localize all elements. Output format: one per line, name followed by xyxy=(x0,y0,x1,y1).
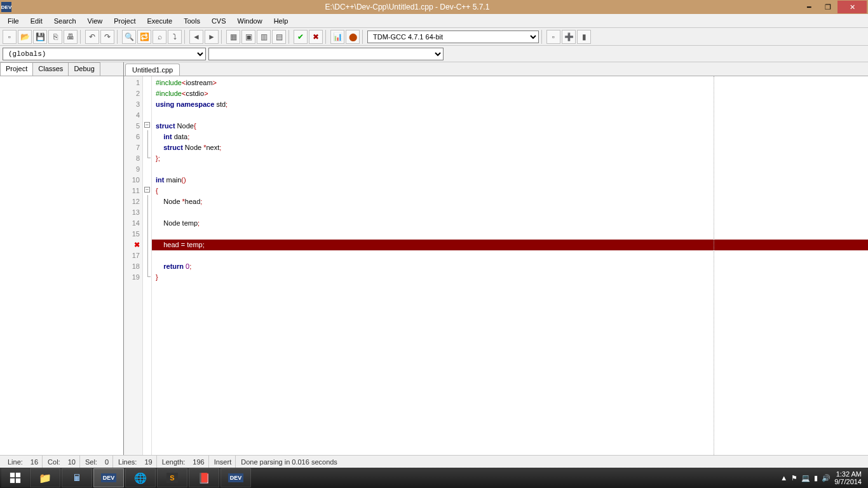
task-calculator[interactable]: 🖩 xyxy=(62,468,92,487)
code-line[interactable] xyxy=(156,110,868,121)
code-line[interactable]: } xyxy=(156,272,868,283)
menu-execute[interactable]: Execute xyxy=(142,15,177,27)
clock[interactable]: 1:32 AM 9/7/2014 xyxy=(834,470,862,485)
task-sublime[interactable]: S xyxy=(157,468,187,487)
compiler-select[interactable]: TDM-GCC 4.7.1 64-bit xyxy=(367,30,539,43)
run-icon[interactable]: ▣ xyxy=(241,30,255,44)
separator xyxy=(221,30,224,44)
code-line[interactable] xyxy=(156,164,868,175)
menu-window[interactable]: Window xyxy=(233,15,268,27)
code-line[interactable]: head = temp; xyxy=(152,240,868,250)
code-line[interactable]: struct Node{ xyxy=(156,121,868,132)
debug-icon[interactable]: ✔ xyxy=(294,30,308,44)
side-tab-classes[interactable]: Classes xyxy=(32,62,69,76)
status-length: Length:196 xyxy=(158,456,209,468)
menu-search[interactable]: Search xyxy=(49,15,81,27)
goto-icon[interactable]: ⤵ xyxy=(168,30,182,44)
battery-icon[interactable]: ▮ xyxy=(814,474,818,482)
code-line[interactable]: #include<cstdio> xyxy=(156,88,868,99)
side-tab-project[interactable]: Project xyxy=(0,62,33,76)
minimize-button[interactable]: ━ xyxy=(799,1,818,13)
separator xyxy=(541,30,544,44)
code-line[interactable]: int data; xyxy=(156,132,868,142)
open-file-icon[interactable]: 📂 xyxy=(18,30,32,44)
task-chrome[interactable]: 🌐 xyxy=(125,468,156,487)
compile-run-icon[interactable]: ▥ xyxy=(257,30,271,44)
save-icon[interactable]: 💾 xyxy=(33,30,47,44)
file-tab[interactable]: Untitled1.cpp xyxy=(125,64,180,76)
code-line[interactable]: #include<iostream> xyxy=(156,78,868,88)
separator xyxy=(117,30,119,44)
code-line[interactable] xyxy=(156,229,868,240)
new-project-icon[interactable]: ▫ xyxy=(546,30,560,44)
menu-view[interactable]: View xyxy=(83,15,108,27)
scope-select[interactable]: (globals) xyxy=(3,48,206,60)
profile-icon[interactable]: 📊 xyxy=(330,30,344,44)
code-area[interactable]: #include<iostream>#include<cstdio>using … xyxy=(152,76,868,455)
network-icon[interactable]: 💻 xyxy=(801,474,810,482)
code-line[interactable]: Node *head; xyxy=(156,196,868,207)
code-editor[interactable]: 123456789101112131415✖171819 −− #include… xyxy=(124,76,868,455)
fold-gutter[interactable]: −− xyxy=(143,76,152,455)
side-tab-debug[interactable]: Debug xyxy=(68,62,100,76)
svg-rect-2 xyxy=(10,478,15,483)
window-title: E:\DC++\Dev-Cpp\Untitled1.cpp - Dev-C++ … xyxy=(15,3,799,11)
svg-rect-0 xyxy=(10,473,15,477)
task-reader[interactable]: 📕 xyxy=(189,468,219,487)
code-line[interactable]: using namespace std; xyxy=(156,99,868,110)
find-next-icon[interactable]: ⌕ xyxy=(153,30,166,44)
new-file-icon[interactable]: ▫ xyxy=(3,30,17,44)
task-explorer[interactable]: 📁 xyxy=(30,468,60,487)
forward-icon[interactable]: ► xyxy=(205,30,219,44)
code-line[interactable]: { xyxy=(156,186,868,196)
volume-icon[interactable]: 🔊 xyxy=(822,474,831,482)
redo-icon[interactable]: ↷ xyxy=(100,30,114,44)
code-line[interactable]: }; xyxy=(156,153,868,164)
menu-help[interactable]: Help xyxy=(269,15,294,27)
compile-icon[interactable]: ▦ xyxy=(226,30,240,44)
close-button[interactable]: ✕ xyxy=(837,1,867,13)
menu-tools[interactable]: Tools xyxy=(179,15,205,27)
replace-icon[interactable]: 🔁 xyxy=(137,30,151,44)
system-tray[interactable]: ▲ ⚑ 💻 ▮ 🔊 1:32 AM 9/7/2014 xyxy=(775,470,867,485)
stop-icon[interactable]: ✖ xyxy=(309,30,323,44)
menu-file[interactable]: File xyxy=(3,15,24,27)
status-sel: Sel:0 xyxy=(81,456,113,468)
code-line[interactable]: struct Node *next; xyxy=(156,142,868,153)
remove-file-icon[interactable]: ▮ xyxy=(577,30,591,44)
debug2-icon[interactable]: ⬤ xyxy=(346,30,360,44)
undo-icon[interactable]: ↶ xyxy=(85,30,99,44)
project-tree[interactable] xyxy=(0,76,123,455)
svg-rect-3 xyxy=(16,478,20,483)
menu-cvs[interactable]: CVS xyxy=(207,15,231,27)
editor-area: Untitled1.cpp 123456789101112131415✖1718… xyxy=(124,62,868,455)
add-file-icon[interactable]: ➕ xyxy=(562,30,576,44)
find-icon[interactable]: 🔍 xyxy=(122,30,136,44)
side-tabs: ProjectClassesDebug xyxy=(0,62,123,76)
task-devcpp[interactable]: DEV xyxy=(93,468,124,487)
save-all-icon[interactable]: ⎘ xyxy=(48,30,62,44)
code-line[interactable]: int main() xyxy=(156,175,868,186)
line-gutter: 123456789101112131415✖171819 xyxy=(124,76,143,455)
file-tabs: Untitled1.cpp xyxy=(124,62,868,76)
status-line: Line:16 xyxy=(4,456,43,468)
taskbar: 📁 🖩 DEV 🌐 S 📕 DEV ▲ ⚑ 💻 ▮ 🔊 1:32 AM 9/7/… xyxy=(0,468,868,488)
menu-project[interactable]: Project xyxy=(109,15,140,27)
task-devcpp2[interactable]: DEV xyxy=(220,468,251,487)
start-button[interactable] xyxy=(1,468,29,487)
code-line[interactable]: return 0; xyxy=(156,261,868,272)
maximize-button[interactable]: ❐ xyxy=(818,1,837,13)
rebuild-icon[interactable]: ▤ xyxy=(272,30,286,44)
print-icon[interactable]: 🖶 xyxy=(64,30,78,44)
back-icon[interactable]: ◄ xyxy=(189,30,203,44)
status-parse: Done parsing in 0.016 seconds xyxy=(237,456,341,468)
titlebar: DEV E:\DC++\Dev-Cpp\Untitled1.cpp - Dev-… xyxy=(0,0,868,14)
code-line[interactable] xyxy=(156,207,868,218)
tray-up-icon[interactable]: ▲ xyxy=(780,474,787,482)
flag-icon[interactable]: ⚑ xyxy=(791,474,797,482)
side-panel: ProjectClassesDebug xyxy=(0,62,124,455)
code-line[interactable]: Node temp; xyxy=(156,218,868,229)
menu-edit[interactable]: Edit xyxy=(25,15,48,27)
code-line[interactable] xyxy=(156,250,868,261)
function-select[interactable] xyxy=(208,48,444,60)
